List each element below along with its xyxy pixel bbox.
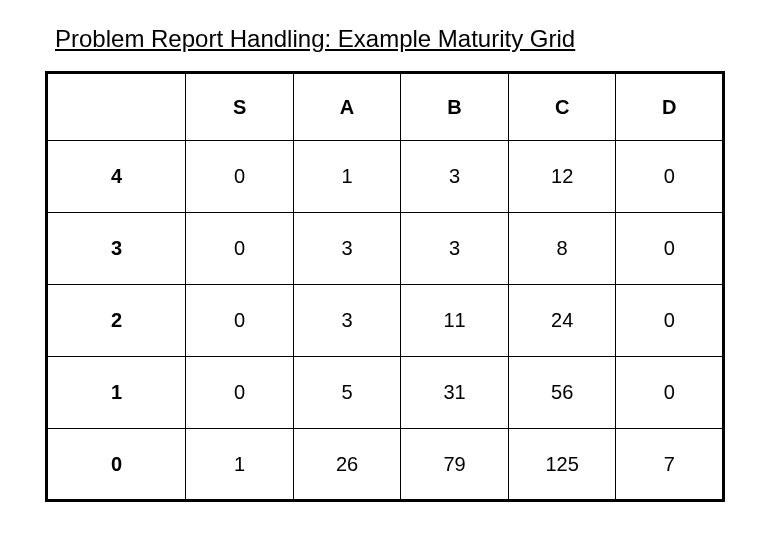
table-row: 1 0 5 31 56 0 bbox=[47, 357, 724, 429]
cell: 0 bbox=[186, 285, 293, 357]
cell: 125 bbox=[508, 429, 616, 501]
table-row: 0 1 26 79 125 7 bbox=[47, 429, 724, 501]
cell: 0 bbox=[616, 285, 724, 357]
cell: 1 bbox=[186, 429, 293, 501]
cell: 3 bbox=[293, 213, 401, 285]
cell: 26 bbox=[293, 429, 401, 501]
header-c: C bbox=[508, 73, 616, 141]
table-header-row: S A B C D bbox=[47, 73, 724, 141]
cell: 56 bbox=[508, 357, 616, 429]
cell: 3 bbox=[401, 141, 509, 213]
header-blank bbox=[47, 73, 186, 141]
row-label: 4 bbox=[47, 141, 186, 213]
cell: 12 bbox=[508, 141, 616, 213]
page-title: Problem Report Handling: Example Maturit… bbox=[55, 25, 735, 53]
cell: 7 bbox=[616, 429, 724, 501]
cell: 0 bbox=[186, 213, 293, 285]
cell: 1 bbox=[293, 141, 401, 213]
cell: 5 bbox=[293, 357, 401, 429]
row-label: 2 bbox=[47, 285, 186, 357]
table-row: 3 0 3 3 8 0 bbox=[47, 213, 724, 285]
cell: 0 bbox=[616, 357, 724, 429]
maturity-grid-table: S A B C D 4 0 1 3 12 0 3 0 3 3 8 0 2 0 3… bbox=[45, 71, 725, 502]
cell: 0 bbox=[186, 141, 293, 213]
table-row: 4 0 1 3 12 0 bbox=[47, 141, 724, 213]
cell: 0 bbox=[616, 213, 724, 285]
table-row: 2 0 3 11 24 0 bbox=[47, 285, 724, 357]
header-d: D bbox=[616, 73, 724, 141]
row-label: 0 bbox=[47, 429, 186, 501]
header-a: A bbox=[293, 73, 401, 141]
cell: 0 bbox=[186, 357, 293, 429]
cell: 8 bbox=[508, 213, 616, 285]
row-label: 3 bbox=[47, 213, 186, 285]
header-b: B bbox=[401, 73, 509, 141]
cell: 31 bbox=[401, 357, 509, 429]
cell: 0 bbox=[616, 141, 724, 213]
cell: 3 bbox=[293, 285, 401, 357]
cell: 79 bbox=[401, 429, 509, 501]
header-s: S bbox=[186, 73, 293, 141]
cell: 11 bbox=[401, 285, 509, 357]
row-label: 1 bbox=[47, 357, 186, 429]
cell: 24 bbox=[508, 285, 616, 357]
cell: 3 bbox=[401, 213, 509, 285]
